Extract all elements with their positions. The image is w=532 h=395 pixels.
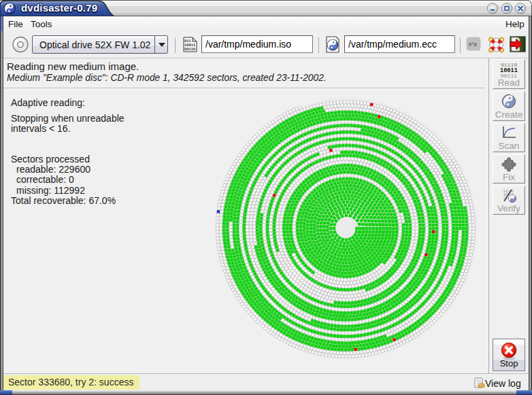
svg-text:9°8: 9°8 xyxy=(469,41,478,48)
svg-text:00111: 00111 xyxy=(501,73,517,78)
svg-text:00110: 00110 xyxy=(184,48,195,52)
